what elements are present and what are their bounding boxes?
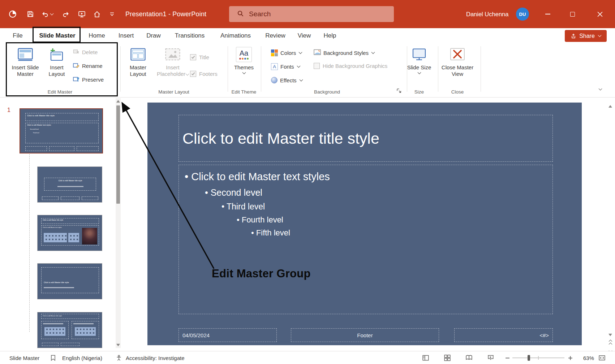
redo-icon[interactable]	[62, 0, 70, 28]
preserve-button[interactable]: Preserve	[73, 74, 104, 84]
zoom-slider-tick	[538, 356, 539, 360]
slide-canvas[interactable]: Click to edit Master title style • Click…	[147, 103, 582, 345]
bullet-level-2[interactable]: • Second level	[205, 187, 552, 198]
collapse-ribbon-chevron-icon[interactable]	[596, 85, 604, 93]
title-checkbox[interactable]: Title	[190, 53, 209, 61]
bullet-level-5[interactable]: • Fifth level	[251, 228, 552, 238]
save-icon[interactable]	[27, 0, 34, 28]
insert-placeholder-button[interactable]: Insert Placeholder	[155, 46, 190, 78]
effects-button[interactable]: Effects	[271, 75, 302, 85]
tab-home[interactable]: Home	[87, 28, 107, 43]
scroll-down-icon[interactable]	[116, 344, 120, 346]
normal-view-button[interactable]	[422, 351, 429, 364]
delete-button[interactable]: Delete	[73, 47, 98, 57]
tab-help[interactable]: Help	[322, 28, 338, 43]
slide-sorter-view-button[interactable]	[444, 351, 451, 364]
share-button[interactable]: Share	[565, 30, 607, 42]
minimize-button[interactable]	[538, 0, 558, 28]
zoom-slider-thumb[interactable]	[528, 355, 530, 361]
tab-slide-master[interactable]: Slide Master	[34, 28, 80, 43]
tab-animations[interactable]: Animations	[218, 28, 254, 43]
footers-checkbox[interactable]: Footers	[190, 69, 218, 78]
thumbnail-panel-scrollbar[interactable]	[116, 98, 121, 348]
tab-transitions[interactable]: Transitions	[173, 28, 207, 43]
reading-view-button[interactable]	[465, 351, 473, 364]
zoom-out-icon[interactable]	[505, 351, 510, 364]
fonts-label: Fonts	[280, 64, 294, 70]
insert-slide-master-button[interactable]: Insert Slide Master	[9, 46, 41, 78]
scroll-up-icon[interactable]	[608, 105, 612, 108]
status-language[interactable]: English (Nigeria)	[62, 351, 102, 364]
customize-quick-access-toolbar-icon[interactable]	[109, 0, 115, 28]
thumbnail-content-placeholder	[72, 321, 99, 339]
slide-footer-placeholder[interactable]: Footer	[291, 328, 439, 342]
thumbnail-master-slide[interactable]: Click to edit Master title style Click t…	[20, 108, 103, 153]
avatar[interactable]: DU	[516, 0, 529, 28]
slide-body-placeholder[interactable]: • Click to edit Master text styles • Sec…	[179, 165, 553, 314]
thumbnail-body-text: Click to edit Master text styles	[43, 226, 65, 228]
slide-size-button[interactable]: Slide Size	[406, 46, 432, 74]
fit-to-window-icon[interactable]	[598, 351, 606, 364]
thumbnail-date-placeholder	[42, 343, 59, 346]
bullet-level-4[interactable]: • Fourth level	[237, 215, 552, 225]
slide-footer-text: Footer	[357, 332, 373, 338]
undo-icon[interactable]	[41, 0, 49, 28]
title-checkbox-label: Title	[199, 54, 209, 60]
scroll-down-icon[interactable]	[608, 334, 612, 336]
spell-check-icon[interactable]	[50, 351, 56, 364]
status-view-name[interactable]: Slide Master	[9, 351, 39, 364]
thumbnail-layout-section-header[interactable]: Click to edit Master title style	[37, 263, 102, 299]
previous-slide-button[interactable]	[607, 340, 613, 347]
status-accessibility[interactable]: Accessibility: Investigate	[126, 351, 185, 364]
colors-button[interactable]: Colors	[271, 48, 302, 58]
hide-background-graphics-checkbox[interactable]: Hide Background Graphics	[314, 61, 387, 70]
slide-title-placeholder[interactable]: Click to edit Master title style	[179, 115, 553, 162]
tab-file[interactable]: File	[9, 28, 27, 43]
maximize-button[interactable]	[562, 0, 582, 28]
tab-review[interactable]: Review	[264, 28, 287, 43]
close-master-view-button[interactable]: Close Master View	[439, 46, 476, 78]
minimize-icon	[545, 14, 550, 14]
background-styles-button[interactable]: Background Styles	[314, 48, 374, 58]
slide-date-placeholder[interactable]: 04/05/2024	[179, 328, 277, 342]
thumbnail-layout-title-slide[interactable]: Click to edit Master title style	[37, 166, 102, 203]
ribbon-separator	[438, 46, 438, 92]
slide-scrollbar[interactable]	[608, 104, 613, 337]
undo-dropdown-chevron-icon[interactable]	[50, 0, 53, 28]
themes-button[interactable]: Aa Themes	[231, 46, 257, 74]
themes-icon: Aa	[236, 46, 252, 63]
bullet-level-1[interactable]: • Click to edit Master text styles	[185, 171, 552, 183]
background-dialog-launcher[interactable]	[396, 88, 402, 94]
tab-view[interactable]: View	[296, 28, 313, 43]
slide-date-text: 04/05/2024	[182, 332, 210, 338]
thumbnail-layout-two-content[interactable]: Click to edit Master title style	[37, 312, 102, 348]
home-icon[interactable]	[93, 0, 101, 28]
slide-number-placeholder[interactable]: <#>	[454, 328, 553, 342]
zoom-in-icon[interactable]	[568, 351, 573, 364]
scroll-up-icon[interactable]	[116, 100, 120, 103]
master-layout-label: Master Layout	[123, 64, 153, 78]
close-button[interactable]	[590, 0, 610, 28]
fonts-chevron-icon	[297, 64, 300, 68]
close-group-label: Close	[439, 89, 476, 95]
insert-layout-button[interactable]: Insert Layout	[44, 46, 69, 78]
scrollbar-thumb[interactable]	[116, 105, 120, 204]
search-box[interactable]: Search	[229, 6, 394, 22]
thumbnail-body-placeholder: Click to edit Master text styles	[41, 225, 99, 246]
rename-button[interactable]: Rename	[73, 61, 103, 71]
slide-number-text: <#>	[539, 332, 549, 338]
zoom-level[interactable]: 63%	[578, 351, 594, 364]
tab-draw[interactable]: Draw	[145, 28, 163, 43]
ribbon-separator	[120, 46, 121, 92]
master-layout-button[interactable]: Master Layout	[123, 46, 153, 78]
bullet-level-3[interactable]: • Third level	[222, 202, 552, 212]
slideshow-view-button[interactable]	[487, 351, 494, 364]
thumbnail-title-placeholder: Click to edit Master title style	[41, 267, 99, 293]
thumbnail-subtitle-line	[44, 287, 74, 288]
title-bar: Presentation1 - PowerPoint Search Daniel…	[0, 0, 615, 28]
tab-insert[interactable]: Insert	[116, 28, 136, 43]
thumbnail-layout-picture[interactable]: Click to edit Master title style Click t…	[37, 215, 102, 251]
fonts-icon: A	[271, 63, 278, 70]
start-slideshow-icon[interactable]	[78, 0, 86, 28]
fonts-button[interactable]: A Fonts	[271, 61, 300, 72]
